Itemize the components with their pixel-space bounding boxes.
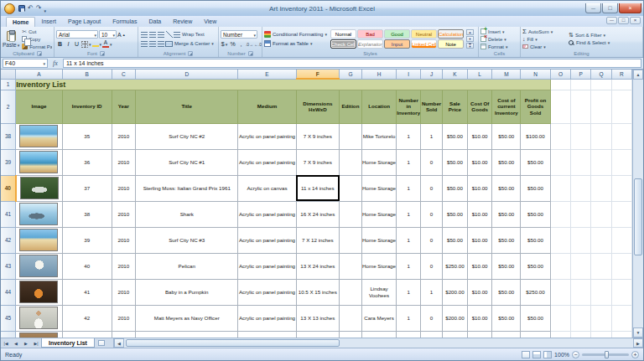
format-cells-button[interactable]: Format [480, 44, 518, 50]
qat-dropdown-icon[interactable] [44, 1, 46, 16]
cell-year[interactable]: 2010 [112, 305, 135, 331]
find-select-button[interactable]: Find & Select [569, 39, 610, 46]
cell-cost_goods[interactable]: $10.00 [467, 331, 492, 338]
cell-cost_goods[interactable]: $10.00 [467, 175, 492, 201]
comma-button[interactable]: , [237, 40, 245, 48]
cell-profit[interactable]: $50.00 [521, 227, 551, 253]
undo-icon[interactable] [28, 4, 34, 13]
cell-edition[interactable] [340, 279, 362, 305]
cell-title[interactable]: Surf City NC #3 [136, 227, 238, 253]
empty-cell[interactable] [571, 79, 591, 90]
workbook-restore-button[interactable] [618, 17, 629, 24]
empty-cell[interactable] [611, 279, 631, 305]
name-box[interactable]: F40 [3, 59, 48, 68]
table-column-header[interactable]: Number in Inventory [397, 90, 421, 123]
increase-decimal-button[interactable] [246, 40, 253, 48]
column-header-H[interactable]: H [361, 70, 396, 79]
image-cell[interactable] [16, 253, 63, 279]
font-dialog-launcher[interactable] [100, 51, 105, 56]
cell-location[interactable]: Cara Meyers [361, 305, 396, 331]
minimize-button[interactable] [585, 3, 601, 13]
empty-cell[interactable] [571, 227, 591, 253]
cell-title[interactable]: Shark [136, 201, 238, 227]
cell-edition[interactable] [340, 123, 362, 149]
column-header-B[interactable]: B [62, 70, 112, 79]
cell-dimensions[interactable]: 10.5 X 15 inches [296, 279, 339, 305]
empty-cell[interactable] [611, 123, 631, 149]
cell-dimensions[interactable]: 9.5 X 12 inches [296, 331, 339, 338]
clear-button[interactable]: Clear [522, 44, 566, 50]
formula-input[interactable]: 11 x 14 inches [63, 59, 641, 68]
row-header-39[interactable]: 39 [1, 149, 16, 175]
cell-location[interactable]: Home Storage [361, 227, 396, 253]
cell-medium[interactable]: Acrylic on panel painting [238, 279, 296, 305]
last-sheet-button[interactable] [31, 338, 41, 348]
cell-sold[interactable]: 0 [421, 253, 443, 279]
empty-cell[interactable] [550, 201, 570, 227]
table-column-header[interactable]: Profit on Goods Sold [521, 90, 551, 123]
cell-title[interactable]: Surf City NC #1 [136, 149, 238, 175]
column-header-I[interactable]: I [397, 70, 421, 79]
fill-color-button[interactable] [92, 40, 102, 48]
bold-button[interactable]: B [56, 40, 64, 48]
empty-cell[interactable] [550, 253, 570, 279]
table-column-header[interactable]: Number Sold [421, 90, 443, 123]
column-header-O[interactable]: O [550, 70, 570, 79]
cell-year[interactable]: 2010 [112, 279, 135, 305]
empty-cell[interactable] [611, 175, 631, 201]
cell-profit[interactable]: $50.00 [521, 201, 551, 227]
cell-in_inventory[interactable]: 1 [397, 253, 421, 279]
empty-cell[interactable] [550, 149, 570, 175]
row-header-2[interactable]: 2 [1, 90, 16, 123]
empty-cell[interactable] [591, 149, 611, 175]
empty-cell[interactable] [571, 253, 591, 279]
zoom-out-button[interactable]: − [572, 351, 579, 358]
cell-id[interactable]: 35 [62, 123, 112, 149]
image-cell[interactable] [16, 227, 63, 253]
column-header-P[interactable]: P [571, 70, 591, 79]
ribbon-tab-formulas[interactable]: Formulas [106, 17, 143, 27]
cell-style-explanatory[interactable]: Explanatory... [357, 39, 383, 49]
cell-sold[interactable]: 0 [421, 175, 443, 201]
cell-dimensions[interactable]: 13 X 24 inches [296, 253, 339, 279]
cell-title[interactable]: Masked Man #2 [136, 331, 238, 338]
column-header-E[interactable]: E [238, 70, 296, 79]
cell-cost_current[interactable]: $50.00 [492, 149, 521, 175]
cell-profit[interactable]: $100.00 [521, 123, 551, 149]
empty-cell[interactable] [550, 227, 570, 253]
close-button[interactable] [619, 3, 641, 13]
cell-in_inventory[interactable]: 1 [397, 175, 421, 201]
cell-dimensions[interactable]: 7 X 9 inches [296, 123, 339, 149]
cell-cost_current[interactable]: $50.00 [492, 201, 521, 227]
column-header-G[interactable]: G [340, 70, 362, 79]
previous-sheet-button[interactable] [11, 338, 21, 348]
cell-medium[interactable]: Acrylic on panel painting [238, 201, 296, 227]
horizontal-scroll-track[interactable] [124, 338, 633, 348]
sheet-tab-inventory-list[interactable]: Inventory List [41, 338, 95, 348]
table-column-header[interactable]: Sale Price [443, 90, 468, 123]
cell-edition[interactable] [340, 201, 362, 227]
empty-cell[interactable] [550, 79, 570, 90]
column-header-L[interactable]: L [467, 70, 492, 79]
empty-cell[interactable] [571, 123, 591, 149]
cell-year[interactable]: 2010 [112, 227, 135, 253]
cell-edition[interactable] [340, 149, 362, 175]
insert-function-button[interactable]: fx [49, 59, 61, 67]
orientation-button[interactable] [165, 31, 173, 39]
empty-cell[interactable] [591, 331, 611, 338]
cell-dimensions[interactable]: 16 X 24 inches [296, 201, 339, 227]
cell-style-bad[interactable]: Bad [357, 29, 383, 39]
image-cell[interactable] [16, 149, 63, 175]
cell-in_inventory[interactable]: 1 [397, 227, 421, 253]
empty-cell[interactable] [591, 90, 611, 123]
cell-edition[interactable] [340, 331, 362, 338]
row-header-38[interactable]: 38 [1, 123, 16, 149]
cell-sale_price[interactable]: $50.00 [443, 331, 468, 338]
cell-style-check[interactable]: Check Cell [330, 39, 356, 49]
gallery-more-icon[interactable] [466, 43, 474, 49]
empty-cell[interactable] [591, 79, 611, 90]
image-cell[interactable] [16, 123, 63, 149]
cell-medium[interactable]: Acrylic on panel painting [238, 227, 296, 253]
cell-style-input[interactable]: Input [384, 39, 410, 49]
empty-cell[interactable] [571, 305, 591, 331]
